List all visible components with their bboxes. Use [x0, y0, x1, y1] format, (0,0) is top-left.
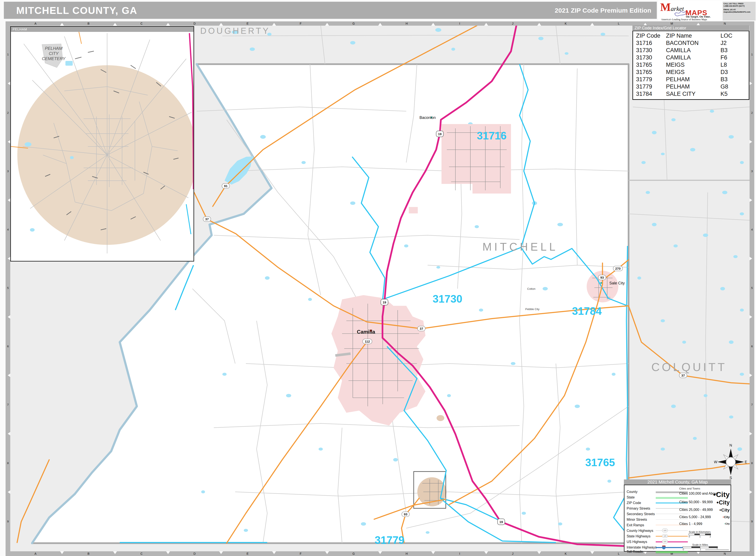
grid-row-label: 1: [6, 53, 10, 56]
legend-item: Minor Streets: [627, 518, 647, 522]
grid-ruler-top: A B C D E F G H I J K L M N: [6, 22, 754, 26]
grid-col-label: D: [168, 552, 221, 555]
grid-col-label: H: [380, 22, 433, 25]
map-page: MITCHELL COUNTY, GA 2021 ZIP Code Premiu…: [0, 0, 756, 556]
grid-col-label: M: [645, 22, 698, 25]
secondary-street-sample: [656, 514, 688, 514]
svg-text:19: 19: [383, 301, 386, 304]
grid-col-label: N: [698, 22, 751, 25]
city-class-row: Cities 100,000 and Above•City: [679, 492, 730, 499]
marketmaps-logo: Market MAPS On Target. On Time. America'…: [658, 0, 756, 21]
grid-row-label: 5: [6, 286, 10, 289]
col-zip-name: ZIP Name: [666, 32, 721, 39]
inset-cemetery-label: CEMETERY: [42, 56, 66, 61]
sale-city-dot: [600, 282, 602, 284]
svg-text:112: 112: [365, 340, 370, 343]
zip-index-row: 31779PELHAMB3: [636, 76, 749, 83]
zip-index-row: 31765MEIGSD3: [636, 68, 749, 76]
grid-col-label: K: [539, 552, 592, 555]
grid-col-label: H: [380, 552, 433, 555]
us-map-scribble-icon: [674, 9, 687, 17]
map-legend: 2021 Mitchell County, GA Map County Stat…: [624, 480, 731, 552]
svg-text:37: 37: [205, 217, 209, 221]
city-label-cotton: Cotton: [527, 287, 535, 290]
svg-text:270: 270: [615, 267, 620, 270]
inset-cemetery-label: PELHAM: [45, 46, 63, 51]
legend-item: Toll Roads: [627, 550, 643, 554]
zip-label-31716: 31716: [477, 130, 506, 142]
grid-col-label: G: [327, 552, 380, 555]
logo-subtitle: America's Leading Source of Business Map…: [661, 18, 707, 21]
grid-col-label: E: [221, 22, 274, 25]
grid-col-label: K: [539, 22, 592, 25]
city-label-pebble-city: Pebble City: [525, 308, 540, 311]
grid-col-label: J: [486, 22, 539, 25]
grid-col-label: C: [115, 552, 168, 555]
legend-item: State Highways123: [627, 534, 650, 538]
city-class-row: Cities 1 - 4,999•City: [679, 522, 730, 526]
legend-item: Interstate Highways: [627, 546, 657, 549]
scale-kilometers: Scale in Kilometers 012: [689, 530, 711, 538]
zip-index-row: 31730CAMILLAF6: [636, 54, 749, 61]
contact-email: mapsales@MarketMAPS.com: [723, 11, 755, 13]
grid-ruler-right: 1 2 3 4 5 6 7 8 9: [750, 26, 754, 551]
compass-n: N: [729, 443, 732, 447]
compass-w: W: [714, 460, 717, 464]
compass-rose: N S W E: [714, 443, 748, 480]
zip-index-panel: ZIP Code Index/Grid Locator ZIP Code ZIP…: [633, 25, 749, 100]
zip-index-row: 31765MEIGSL8: [636, 61, 749, 68]
grid-row-label: 4: [750, 228, 754, 231]
svg-text:91: 91: [224, 184, 228, 188]
grid-col-label: A: [9, 552, 62, 555]
header-bar: MITCHELL COUNTY, GA 2021 ZIP Code Premiu…: [4, 2, 657, 19]
col-loc: LOC: [721, 32, 746, 39]
legend-item: State: [627, 495, 635, 499]
interstate-shield-icon: [662, 546, 665, 549]
grid-col-label: J: [486, 552, 539, 555]
city-class-row: Cities 50,000 - 99,999•City: [679, 500, 730, 506]
grid-col-label: I: [433, 552, 486, 555]
us-hwy-sample: 123: [656, 542, 688, 542]
grid-row-label: 6: [750, 345, 754, 348]
neighbor-label-north: DOUGHERTY: [200, 26, 270, 35]
city-class-row: Cities 5,000 - 24,999•City: [679, 515, 730, 519]
hwy-badge-icon: 123: [662, 529, 668, 532]
grid-col-label: F: [274, 22, 327, 25]
scale-bar: [689, 533, 711, 535]
svg-text:93: 93: [600, 276, 604, 279]
grid-col-label: I: [433, 22, 486, 25]
svg-text:93: 93: [404, 512, 407, 516]
grid-row-label: 8: [750, 461, 754, 465]
legend-title: 2021 Mitchell County, GA Map: [624, 480, 731, 485]
grid-row-label: 4: [6, 228, 10, 231]
grid-col-label: B: [62, 22, 115, 25]
contact-email-label: EMAIL US AT:: [723, 8, 755, 11]
hwy-badge-icon: 123: [662, 540, 668, 544]
legend-item: County: [627, 490, 638, 494]
legend-item: US Highways123: [627, 540, 647, 544]
city-label-sale-city: Sale City: [609, 281, 625, 285]
grid-row-label: 9: [750, 520, 754, 523]
svg-text:19: 19: [499, 520, 503, 524]
zip-index-row: 31784SALE CITYK5: [636, 90, 749, 98]
col-zip-code: ZIP Code: [636, 32, 666, 39]
toll-road-sample: [656, 551, 688, 553]
compass-s: S: [729, 476, 732, 480]
grid-row-label: 3: [6, 170, 10, 173]
zip-index-row: 31730CAMILLAB3: [636, 47, 749, 54]
grid-col-label: G: [327, 22, 380, 25]
city-label-camilla: Camilla: [357, 329, 375, 335]
zip-label-31765: 31765: [585, 457, 615, 468]
legend-item: County Highways123: [627, 529, 653, 533]
scale-bar: [683, 546, 718, 548]
logo-contact-box: CALL US TOLL FREE! 1-888-434-MAPS (6277)…: [723, 2, 756, 21]
contact-call-label: CALL US TOLL FREE!: [723, 3, 755, 5]
grid-col-label: D: [168, 22, 221, 25]
zip-label-31730: 31730: [433, 293, 462, 305]
logo-m: M: [660, 1, 671, 13]
legend-item: Exit Ramps: [627, 523, 644, 527]
grid-col-label: F: [274, 552, 327, 555]
page-title: MITCHELL COUNTY, GA: [16, 5, 137, 16]
grid-row-label: 8: [6, 461, 10, 465]
grid-col-label: C: [115, 22, 168, 25]
